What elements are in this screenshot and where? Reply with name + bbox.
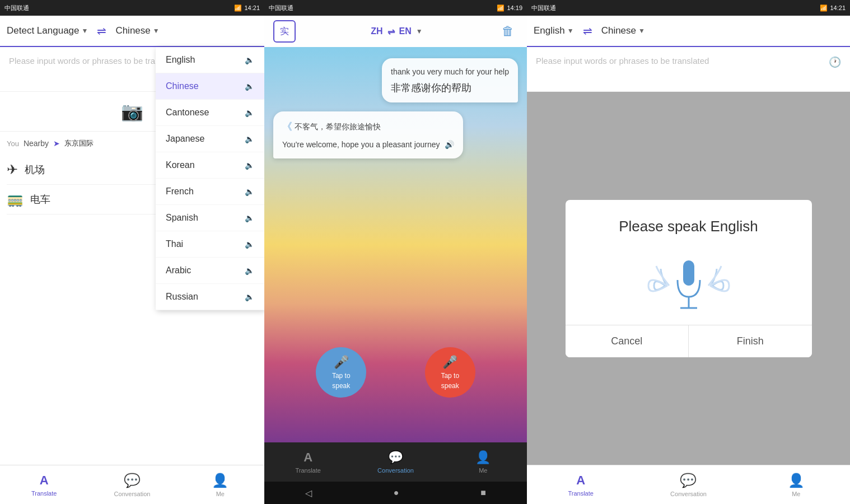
dropdown-french[interactable]: French 🔈	[156, 179, 264, 205]
detect-arrow-icon: ▼	[82, 27, 88, 35]
dropdown-thai[interactable]: Thai 🔈	[156, 231, 264, 258]
conv-lang-toggle[interactable]: ZH ⇌ EN ▼	[371, 26, 422, 37]
thai-speaker-icon: 🔈	[245, 240, 254, 249]
speak-label-blue: Tap to	[332, 372, 351, 380]
mic-visual	[566, 246, 812, 325]
tab-translate-3[interactable]: A Translate	[527, 473, 634, 497]
dropdown-chinese[interactable]: Chinese 🔈	[156, 73, 264, 100]
english-option: English	[166, 55, 195, 65]
time-2: 14:19	[507, 4, 522, 11]
screen-2: 中国联通 📶 14:19 实 ZH ⇌ EN ▼ 🗑 thank you ver…	[264, 0, 527, 504]
source-language-selector-3[interactable]: English ▼	[534, 25, 574, 36]
trash-icon: 🗑	[502, 24, 514, 39]
wave-left-group	[644, 263, 672, 308]
swap-languages-icon[interactable]: ⇌	[97, 24, 106, 38]
time-3: 14:21	[830, 4, 846, 11]
french-option: French	[166, 186, 194, 197]
finish-button[interactable]: Finish	[689, 325, 812, 357]
airport-label: 机场	[25, 163, 45, 176]
speak-label-red: Tap to	[441, 372, 459, 380]
conv-top-nav: 实 ZH ⇌ EN ▼ 🗑	[264, 16, 527, 47]
source-language-label-3: English	[534, 25, 565, 36]
me-label-1: Me	[216, 491, 225, 497]
history-icon[interactable]: 🕐	[829, 56, 841, 68]
conversation-label-3: Conversation	[670, 491, 707, 497]
tab-conversation-3[interactable]: 💬 Conversation	[634, 473, 742, 497]
spanish-speaker-icon: 🔈	[245, 213, 254, 222]
translate-label-1: Translate	[31, 490, 57, 497]
conversation-background: thank you very much for your help 非常感谢你的…	[264, 47, 527, 442]
french-speaker-icon: 🔈	[245, 187, 254, 196]
swap-languages-icon-3[interactable]: ⇌	[583, 24, 592, 38]
train-icon: 🚃	[7, 192, 24, 207]
tab-conversation-1[interactable]: 💬 Conversation	[88, 473, 176, 497]
dialog-overlay: Please speak English	[527, 92, 850, 465]
korean-option: Korean	[166, 160, 195, 170]
japanese-option: Japanese	[166, 134, 204, 144]
recent-button[interactable]: ■	[480, 488, 486, 498]
train-label: 电车	[30, 193, 50, 206]
language-dropdown: English 🔈 Chinese 🔈 Cantonese 🔈 Japanese…	[156, 47, 264, 310]
translate-icon-3: A	[576, 473, 585, 488]
clear-conversation-button[interactable]: 🗑	[498, 21, 518, 41]
speak-button-blue[interactable]: 🎤 Tap to speak	[316, 347, 366, 398]
navigation-arrow-icon: ➤	[53, 139, 60, 148]
signal-2: 📶	[497, 4, 505, 12]
tab-translate-1[interactable]: A Translate	[0, 473, 88, 497]
time-1: 14:21	[244, 4, 260, 11]
zh-label: ZH	[371, 26, 382, 36]
spanish-option: Spanish	[166, 213, 198, 223]
target-language-selector[interactable]: Chinese ▼	[115, 25, 159, 36]
real-label: 实	[280, 26, 289, 38]
detect-language-selector[interactable]: Detect Language ▼	[7, 25, 88, 36]
dropdown-japanese[interactable]: Japanese 🔈	[156, 126, 264, 152]
wave-right-group	[706, 263, 734, 308]
status-bar-2: 中国联通 📶 14:19	[264, 0, 527, 16]
dialog-buttons: Cancel Finish	[566, 325, 812, 357]
camera-icon[interactable]: 📷	[121, 101, 143, 122]
translate-label-3: Translate	[568, 490, 593, 497]
russian-speaker-icon: 🔈	[245, 292, 254, 301]
nearby-label: Nearby	[24, 139, 49, 148]
dropdown-spanish[interactable]: Spanish 🔈	[156, 205, 264, 231]
chinese-text-2: 不客气，希望你旅途愉快	[295, 121, 381, 133]
mic-icon-blue: 🎤	[334, 355, 349, 370]
input-area-3[interactable]: 🕐 Please input words or phrases to be tr…	[527, 47, 850, 92]
dropdown-english[interactable]: English 🔈	[156, 47, 264, 73]
dropdown-arabic[interactable]: Arabic 🔈	[156, 258, 264, 284]
speak-label-red-2: speak	[441, 382, 459, 390]
cancel-button[interactable]: Cancel	[566, 325, 689, 357]
tab-conversation-2[interactable]: 💬 Conversation	[352, 450, 439, 474]
chat-messages: thank you very much for your help 非常感谢你的…	[264, 47, 527, 170]
target-arrow-icon-3: ▼	[638, 27, 645, 35]
carrier-3: 中国联通	[531, 4, 556, 12]
cantonese-option: Cantonese	[166, 108, 209, 118]
speak-dialog: Please speak English	[566, 200, 812, 357]
msg-english-2: You're welcome, hope you a pleasant jour…	[282, 139, 454, 151]
arabic-speaker-icon: 🔈	[245, 266, 254, 275]
message-bubble-2: 《 不客气，希望你旅途愉快 You're welcome, hope you a…	[273, 111, 463, 158]
dropdown-cantonese[interactable]: Cantonese 🔈	[156, 100, 264, 126]
arabic-option: Arabic	[166, 265, 191, 276]
home-button[interactable]: ●	[394, 488, 399, 498]
msg-chinese-2: 《 不客气，希望你旅途愉快	[282, 119, 454, 134]
me-label-2: Me	[479, 467, 487, 474]
tab-translate-2[interactable]: A Translate	[264, 450, 352, 474]
airplane-icon: ✈	[7, 162, 18, 178]
conversation-icon-1: 💬	[124, 473, 141, 488]
target-language-selector-3[interactable]: Chinese ▼	[601, 25, 645, 36]
dropdown-russian[interactable]: Russian 🔈	[156, 284, 264, 310]
speak-button-red[interactable]: 🎤 Tap to speak	[425, 347, 475, 398]
real-mode-button[interactable]: 实	[273, 20, 296, 43]
tab-me-1[interactable]: 👤 Me	[176, 473, 264, 497]
bottom-tabs-3: A Translate 💬 Conversation 👤 Me	[527, 465, 850, 504]
top-nav-1: Detect Language ▼ ⇌ Chinese ▼	[0, 16, 264, 47]
cantonese-speaker-icon: 🔈	[245, 108, 254, 117]
bottom-tabs-1: A Translate 💬 Conversation 👤 Me	[0, 465, 264, 504]
korean-speaker-icon: 🔈	[245, 161, 254, 170]
tab-me-2[interactable]: 👤 Me	[440, 450, 527, 474]
dropdown-korean[interactable]: Korean 🔈	[156, 152, 264, 179]
tab-me-3[interactable]: 👤 Me	[742, 473, 850, 497]
back-button[interactable]: ◁	[305, 488, 312, 498]
bottom-tabs-2: A Translate 💬 Conversation 👤 Me	[264, 442, 527, 482]
